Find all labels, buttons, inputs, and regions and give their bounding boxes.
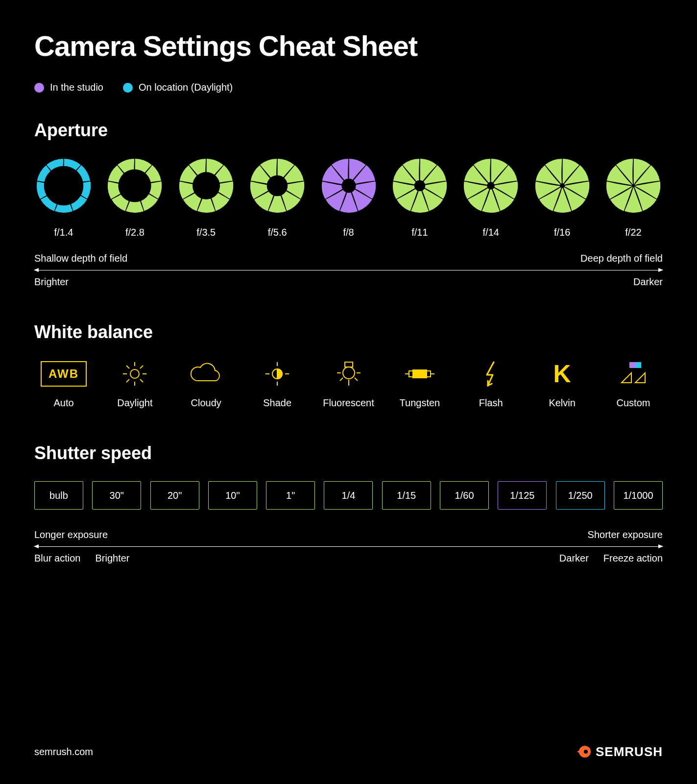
aperture-row: f/1.4 f/2.8 f/3.5 f/5.6 [34,158,663,238]
wb-label: Cloudy [191,397,221,409]
shutter-label: 1/60 [455,490,474,501]
range-left: Shallow depth of field [34,253,127,264]
arrow-line [34,270,663,270]
shutter-label: 30" [110,490,124,501]
shutter-box: 1/15 [382,481,431,510]
svg-rect-31 [409,371,413,377]
legend-studio-label: In the studio [50,82,103,93]
aperture-label: f/3.5 [196,227,216,238]
aperture-icon [107,158,162,213]
shutter-label: 10" [225,490,240,501]
shutter-label: 1/125 [510,490,534,501]
svg-point-6 [487,182,495,190]
svg-line-17 [140,366,143,368]
wb-kelvin: K Kelvin [533,360,592,409]
shutter-box: 1/125 [498,481,547,510]
svg-marker-37 [622,373,631,383]
wb-label: Kelvin [549,397,575,409]
aperture-icon [250,158,305,213]
shutter-label: 1/250 [568,490,593,501]
svg-point-3 [267,175,288,196]
svg-point-1 [119,169,151,202]
svg-point-9 [130,369,139,378]
shutter-range: Longer exposure Shorter exposure Blur ac… [34,529,663,564]
svg-line-29 [355,378,358,381]
aperture-icon [392,158,447,213]
aperture-icon [36,158,91,213]
awb-icon: AWB [41,360,87,388]
aperture-label: f/8 [343,227,354,238]
svg-rect-23 [345,362,353,367]
aperture-item: f/22 [604,158,663,238]
shutter-label: 1" [286,490,295,501]
range-right: Darker [633,276,663,288]
custom-icon [619,360,648,388]
svg-point-40 [584,750,588,754]
wb-auto: AWB Auto [34,360,93,409]
svg-rect-35 [629,362,635,368]
tungsten-icon [404,360,435,388]
svg-point-2 [192,172,220,199]
wb-label: Auto [53,397,73,409]
legend-location: On location (Daylight) [123,82,233,93]
white-balance-heading: White balance [34,322,663,343]
aperture-item: f/1.4 [34,158,93,238]
range-left-b: Brighter [96,553,130,564]
cloud-icon [189,360,224,388]
shutter-box: 1/1000 [614,481,663,510]
wb-label: Custom [617,397,650,409]
dot-icon [34,83,44,93]
wb-tungsten: Tungsten [390,360,449,409]
svg-rect-30 [413,370,427,378]
shutter-heading: Shutter speed [34,443,663,464]
aperture-label: f/1.4 [54,227,73,238]
aperture-label: f/22 [625,227,641,238]
fluorescent-icon [333,360,364,388]
wb-daylight: Daylight [105,360,164,409]
aperture-range: Shallow depth of field Deep depth of fie… [34,253,663,288]
aperture-item: f/8 [319,158,378,238]
aperture-label: f/11 [411,227,428,238]
brand: SEMRUSH [575,744,663,760]
shutter-label: bulb [49,490,68,501]
wb-label: Shade [263,397,291,409]
svg-marker-38 [635,373,645,383]
aperture-label: f/2.8 [125,227,144,238]
shutter-box: 1/60 [440,481,489,510]
aperture-icon [179,158,234,213]
range-right-a: Darker [559,553,589,564]
flash-icon [481,360,501,388]
aperture-section: Aperture f/1.4 f/2.8 f/3.5 [34,120,663,288]
shutter-label: 20" [168,490,182,501]
white-balance-section: White balance AWB Auto Daylight [34,322,663,409]
svg-point-8 [632,184,635,187]
range-right: Deep depth of field [580,253,663,264]
shutter-box: 1/4 [324,481,373,510]
range-right: Shorter exposure [588,529,663,540]
sun-icon [121,360,148,388]
shutter-box: 10" [208,481,257,510]
range-left: Longer exposure [34,529,108,540]
svg-line-16 [126,379,129,382]
wb-flash: Flash [461,360,520,409]
legend-location-label: On location (Daylight) [139,82,233,93]
shutter-box: bulb [34,481,83,510]
footer-site: semrush.com [34,746,93,758]
aperture-item: f/2.8 [105,158,164,238]
kelvin-icon: K [553,360,571,388]
aperture-item: f/11 [390,158,449,238]
dot-icon [123,83,133,93]
aperture-icon [606,158,661,213]
legend: In the studio On location (Daylight) [34,82,663,93]
shutter-row: bulb 30" 20" 10" 1" 1/4 1/15 1/60 1/125 … [34,481,663,510]
svg-line-14 [126,366,129,368]
shutter-box: 1/250 [556,481,605,510]
range-left: Brighter [34,276,69,288]
wb-label: Daylight [117,397,152,409]
footer: semrush.com SEMRUSH [34,744,663,760]
shutter-box: 20" [150,481,199,510]
aperture-item: f/14 [461,158,520,238]
shutter-label: 1/4 [342,490,356,501]
page-title: Camera Settings Cheat Sheet [34,29,663,62]
aperture-label: f/14 [483,227,499,238]
